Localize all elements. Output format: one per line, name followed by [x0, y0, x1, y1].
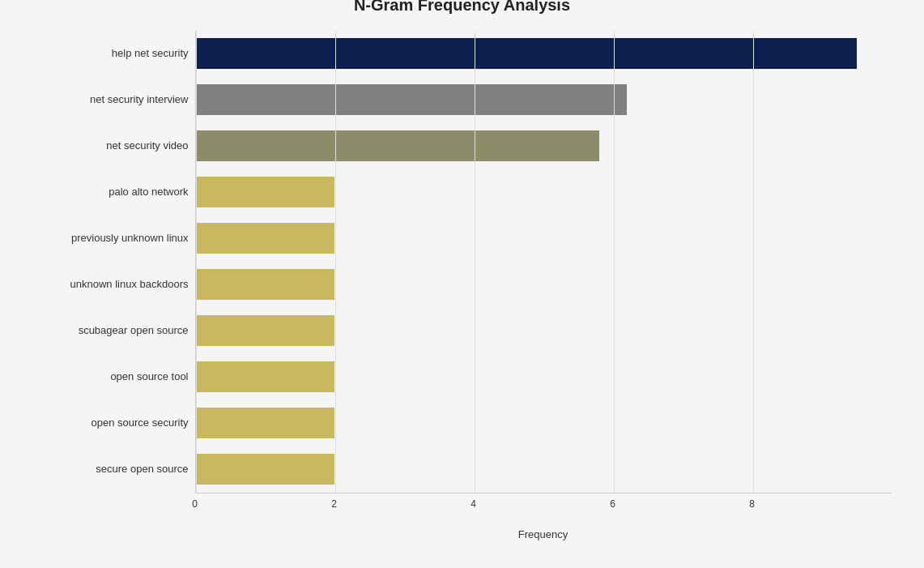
x-axis: 02468 Frequency — [195, 493, 892, 540]
y-label: secure open source — [96, 446, 188, 493]
bar — [196, 38, 857, 69]
y-label: net security interview — [90, 77, 188, 123]
bar-row — [196, 400, 892, 446]
y-label: help net security — [112, 31, 189, 77]
bar — [196, 361, 335, 392]
bar-row — [196, 123, 892, 169]
bar — [196, 223, 335, 254]
bar-rows — [196, 31, 892, 493]
y-label: unknown linux backdoors — [70, 262, 189, 308]
chart-container: N-Gram Frequency Analysis help net secur… — [17, 0, 908, 568]
bar — [196, 269, 335, 300]
y-labels: help net securitynet security interviewn… — [33, 31, 195, 493]
x-tick: 0 — [192, 498, 198, 510]
bar-row — [196, 169, 892, 216]
bar-row — [196, 216, 892, 262]
bar-row — [196, 77, 892, 123]
y-label: open source tool — [110, 354, 188, 400]
y-label: open source security — [92, 400, 189, 446]
bar-row — [196, 354, 892, 400]
bar — [196, 130, 599, 161]
bar — [196, 177, 335, 207]
x-ticks: 02468 — [195, 493, 892, 509]
chart-area: help net securitynet security interviewn… — [33, 31, 892, 540]
y-label: previously unknown linux — [71, 216, 189, 262]
bar — [196, 454, 335, 485]
x-tick: 4 — [471, 498, 476, 510]
chart-inner: help net securitynet security interviewn… — [33, 31, 892, 493]
bar-row — [196, 308, 892, 354]
x-tick: 8 — [749, 498, 755, 510]
x-tick: 2 — [331, 498, 337, 510]
bars-wrapper — [195, 31, 892, 493]
bar-row — [196, 31, 892, 77]
bar — [196, 84, 628, 115]
y-label: palo alto network — [109, 169, 188, 216]
bar — [196, 315, 335, 346]
x-axis-label: Frequency — [195, 528, 892, 540]
bar-row — [196, 262, 892, 308]
x-tick: 6 — [610, 498, 615, 510]
y-label: scubagear open source — [79, 308, 189, 354]
bar-row — [196, 446, 892, 493]
y-label: net security video — [106, 123, 188, 169]
bar — [196, 408, 335, 438]
chart-title: N-Gram Frequency Analysis — [33, 0, 892, 15]
